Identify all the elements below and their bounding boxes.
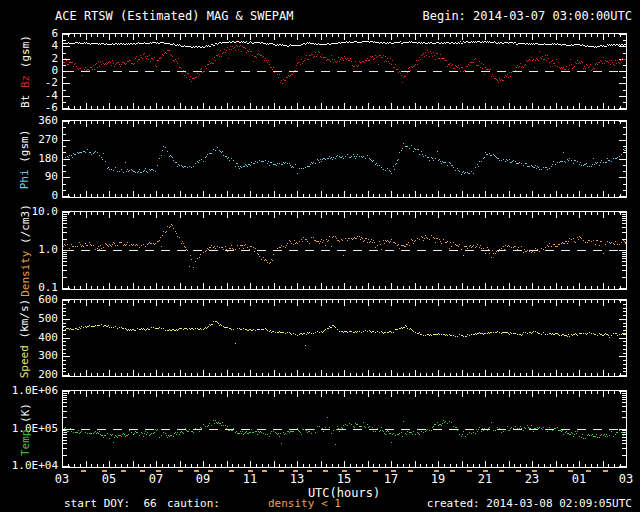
speed-axis-label-text: Speed (km/s) bbox=[19, 298, 32, 378]
footer-caution-value: density < 1 bbox=[268, 497, 341, 510]
caution-mark bbox=[307, 470, 312, 472]
x-tick-label: 07 bbox=[149, 472, 163, 486]
ace-rtsw-chart: ACE RTSW (Estimated) MAG & SWEPAM Begin:… bbox=[0, 0, 640, 512]
caution-mark bbox=[450, 470, 455, 472]
caution-mark bbox=[568, 470, 573, 472]
caution-mark bbox=[586, 470, 591, 472]
temp-axis-label: Temp (K) bbox=[2, 390, 48, 468]
caution-mark bbox=[499, 470, 504, 472]
axis-label-part: (/cm3) bbox=[19, 204, 32, 244]
caution-mark bbox=[293, 470, 298, 472]
temp-axis-label-text: Temp (K) bbox=[19, 403, 32, 456]
x-tick-label: 21 bbox=[478, 472, 492, 486]
axis-label-part: Temp bbox=[19, 422, 32, 455]
speed-plot-canvas bbox=[62, 299, 627, 377]
caution-mark bbox=[178, 470, 183, 472]
caution-mark bbox=[248, 470, 253, 472]
caution-mark bbox=[208, 470, 213, 472]
caution-mark bbox=[483, 470, 488, 472]
footer-start-doy: start DOY: 66 bbox=[64, 497, 157, 510]
plot-title: ACE RTSW (Estimated) MAG & SWEPAM bbox=[55, 9, 293, 23]
axis-label-part: (km/s) bbox=[19, 298, 32, 338]
btbz-axis-label-text: Bt Bz (gsm) bbox=[19, 35, 32, 108]
axis-label-part: (gsm) bbox=[19, 129, 32, 162]
phi-plot-canvas bbox=[62, 120, 627, 198]
axis-label-part: Speed bbox=[19, 338, 32, 378]
btbz-axis-label: Bt Bz (gsm) bbox=[2, 33, 48, 110]
caution-mark bbox=[262, 470, 267, 472]
axis-label-part: Phi bbox=[19, 162, 32, 189]
axis-label-part: (K) bbox=[19, 403, 32, 423]
density-axis-label-text: Density (/cm3) bbox=[19, 204, 32, 297]
x-tick-label: 11 bbox=[243, 472, 257, 486]
caution-mark bbox=[532, 470, 537, 472]
caution-mark bbox=[323, 470, 328, 472]
caution-mark bbox=[391, 470, 396, 472]
x-tick-label: 19 bbox=[431, 472, 445, 486]
axis-label-part: Bt bbox=[19, 88, 32, 108]
x-tick-label: 01 bbox=[572, 472, 586, 486]
x-tick-label: 15 bbox=[337, 472, 351, 486]
caution-mark bbox=[194, 470, 199, 472]
x-tick-label: 05 bbox=[102, 472, 116, 486]
caution-mark bbox=[121, 470, 126, 472]
axis-label-part: Density bbox=[19, 244, 32, 297]
axis-label-part: (gsm) bbox=[19, 35, 32, 68]
caution-mark bbox=[549, 470, 554, 472]
caution-mark bbox=[467, 470, 472, 472]
density-plot-canvas bbox=[62, 211, 627, 290]
x-tick-label: 09 bbox=[196, 472, 210, 486]
footer-created-timestamp: created: 2014-03-08 02:09:05UTC bbox=[427, 497, 632, 510]
begin-timestamp: Begin: 2014-03-07 03:00:00UTC bbox=[422, 9, 632, 23]
x-tick-label: 03 bbox=[55, 472, 69, 486]
density-axis-label: Density (/cm3) bbox=[2, 211, 48, 290]
caution-mark bbox=[342, 470, 347, 472]
caution-mark bbox=[102, 470, 107, 472]
x-tick-label: 23 bbox=[525, 472, 539, 486]
x-tick-label: 13 bbox=[290, 472, 304, 486]
caution-mark bbox=[156, 470, 161, 472]
btbz-plot-canvas bbox=[62, 33, 627, 110]
caution-mark bbox=[516, 470, 521, 472]
caution-mark bbox=[356, 470, 361, 472]
x-tick-label: 03 bbox=[619, 472, 633, 486]
caution-mark bbox=[279, 470, 284, 472]
caution-mark bbox=[408, 470, 413, 472]
phi-axis-label: Phi (gsm) bbox=[2, 120, 48, 198]
speed-axis-label: Speed (km/s) bbox=[2, 299, 48, 377]
caution-mark bbox=[140, 470, 145, 472]
phi-axis-label-text: Phi (gsm) bbox=[19, 129, 32, 189]
caution-mark bbox=[81, 470, 86, 472]
axis-label-part: Bz bbox=[19, 68, 32, 88]
caution-mark bbox=[603, 470, 608, 472]
x-tick-label: 17 bbox=[384, 472, 398, 486]
caution-mark bbox=[373, 470, 378, 472]
caution-mark bbox=[229, 470, 234, 472]
caution-mark bbox=[434, 470, 439, 472]
footer-caution-label: caution: bbox=[167, 497, 220, 510]
temp-plot-canvas bbox=[62, 390, 627, 468]
